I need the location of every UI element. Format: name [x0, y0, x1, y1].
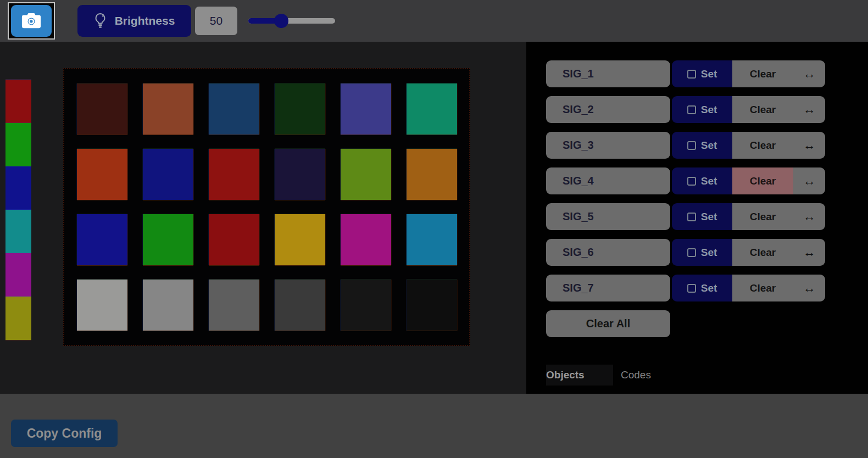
- clear-button[interactable]: Clear: [732, 60, 793, 87]
- signal-row-sig5: SIG_5 Set Clear ↔: [546, 203, 825, 230]
- color-patch: [143, 214, 193, 265]
- signal-name-field[interactable]: SIG_4: [546, 167, 670, 194]
- color-patch: [341, 280, 391, 331]
- color-patch: [209, 83, 259, 135]
- tab-objects[interactable]: Objects: [546, 365, 613, 386]
- set-label: Set: [701, 247, 717, 259]
- signal-row-sig6: SIG_6 Set Clear ↔: [546, 239, 825, 266]
- color-patch: [407, 83, 457, 135]
- clear-button[interactable]: Clear: [732, 96, 793, 123]
- color-patch: [77, 149, 127, 200]
- color-patch: [143, 149, 193, 200]
- color-patch: [407, 280, 457, 331]
- copy-config-button[interactable]: Copy Config: [11, 420, 118, 447]
- set-label: Set: [701, 282, 717, 294]
- signal-name-field[interactable]: SIG_3: [546, 132, 670, 159]
- color-patch: [77, 83, 127, 135]
- tab-codes[interactable]: Codes: [613, 365, 651, 386]
- signal-controls: Set Clear ↔: [672, 239, 825, 266]
- set-button[interactable]: Set: [672, 275, 732, 301]
- signal-row-sig7: SIG_7 Set Clear ↔: [546, 275, 825, 301]
- clear-button[interactable]: Clear: [732, 275, 793, 301]
- strip-color-block: [5, 80, 31, 123]
- checkbox-icon: [687, 105, 696, 114]
- resize-arrow-icon[interactable]: ↔: [793, 275, 825, 301]
- clear-button[interactable]: Clear: [732, 239, 793, 266]
- panel-tabs: Objects Codes: [546, 365, 868, 386]
- brightness-button[interactable]: Brightness: [77, 5, 191, 37]
- signal-row-sig4: SIG_4 Set Clear ↔: [546, 167, 825, 194]
- bottom-bar: Copy Config: [0, 394, 868, 458]
- strip-color-block: [5, 297, 31, 340]
- signal-controls: Set Clear ↔: [672, 275, 825, 301]
- signal-controls: Set Clear ↔: [672, 167, 825, 194]
- set-button[interactable]: Set: [672, 167, 732, 194]
- signals-panel: SIG_1 Set Clear ↔ SIG_2 Set Clear ↔ SIG_…: [526, 42, 868, 394]
- signal-row-sig3: SIG_3 Set Clear ↔: [546, 132, 825, 159]
- signal-name-field[interactable]: SIG_7: [546, 275, 670, 301]
- set-label: Set: [701, 68, 717, 80]
- slider-thumb[interactable]: [274, 14, 288, 28]
- set-button[interactable]: Set: [672, 60, 732, 87]
- set-label: Set: [701, 211, 717, 223]
- lightbulb-icon: [94, 12, 107, 30]
- color-patch: [275, 83, 325, 135]
- strip-color-block: [5, 166, 31, 210]
- slider-track[interactable]: [248, 18, 335, 24]
- color-checker-chart: [63, 68, 470, 346]
- brightness-slider[interactable]: [248, 13, 335, 29]
- color-strip: [5, 80, 31, 340]
- strip-color-block: [5, 253, 31, 297]
- set-label: Set: [701, 139, 717, 152]
- color-patch: [275, 149, 325, 200]
- brightness-label: Brightness: [115, 14, 175, 27]
- resize-arrow-icon[interactable]: ↔: [793, 167, 825, 194]
- brightness-value[interactable]: 50: [195, 7, 237, 35]
- main-area: SIG_1 Set Clear ↔ SIG_2 Set Clear ↔ SIG_…: [0, 42, 868, 394]
- signal-name-field[interactable]: SIG_1: [546, 60, 670, 87]
- signal-controls: Set Clear ↔: [672, 132, 825, 159]
- checkbox-icon: [687, 177, 696, 186]
- color-patch: [341, 149, 391, 200]
- color-patch: [209, 149, 259, 200]
- color-patch: [341, 83, 391, 135]
- set-button[interactable]: Set: [672, 96, 732, 123]
- resize-arrow-icon[interactable]: ↔: [793, 203, 825, 230]
- signal-name-field[interactable]: SIG_6: [546, 239, 670, 266]
- color-patch: [407, 149, 457, 200]
- clear-button[interactable]: Clear: [732, 132, 793, 159]
- signal-controls: Set Clear ↔: [672, 96, 825, 123]
- checkbox-icon: [687, 284, 696, 293]
- clear-all-button[interactable]: Clear All: [546, 310, 670, 337]
- color-patch: [407, 214, 457, 265]
- clear-button[interactable]: Clear: [732, 167, 793, 194]
- color-patch: [77, 280, 127, 331]
- app-window: Brightness 50 SIG_1 Set Clear ↔: [0, 0, 868, 458]
- resize-arrow-icon[interactable]: ↔: [793, 239, 825, 266]
- strip-color-block: [5, 210, 31, 253]
- signal-controls: Set Clear ↔: [672, 203, 825, 230]
- set-button[interactable]: Set: [672, 132, 732, 159]
- signal-name-field[interactable]: SIG_2: [546, 96, 670, 123]
- signal-controls: Set Clear ↔: [672, 60, 825, 87]
- camera-icon: [21, 12, 42, 30]
- color-patch: [143, 280, 193, 331]
- signal-row-sig2: SIG_2 Set Clear ↔: [546, 96, 825, 123]
- checkbox-icon: [687, 141, 696, 150]
- set-button[interactable]: Set: [672, 203, 732, 230]
- clear-button[interactable]: Clear: [732, 203, 793, 230]
- strip-color-block: [5, 123, 31, 166]
- camera-button-surface: [11, 5, 52, 37]
- resize-arrow-icon[interactable]: ↔: [793, 96, 825, 123]
- resize-arrow-icon[interactable]: ↔: [793, 132, 825, 159]
- camera-view: [0, 42, 526, 394]
- set-button[interactable]: Set: [672, 239, 732, 266]
- color-patch: [143, 83, 193, 135]
- camera-capture-button[interactable]: [8, 2, 55, 40]
- checkbox-icon: [687, 213, 696, 221]
- color-patch: [275, 214, 325, 265]
- signal-name-field[interactable]: SIG_5: [546, 203, 670, 230]
- resize-arrow-icon[interactable]: ↔: [793, 60, 825, 87]
- checkbox-icon: [687, 70, 696, 79]
- color-patch: [341, 214, 391, 265]
